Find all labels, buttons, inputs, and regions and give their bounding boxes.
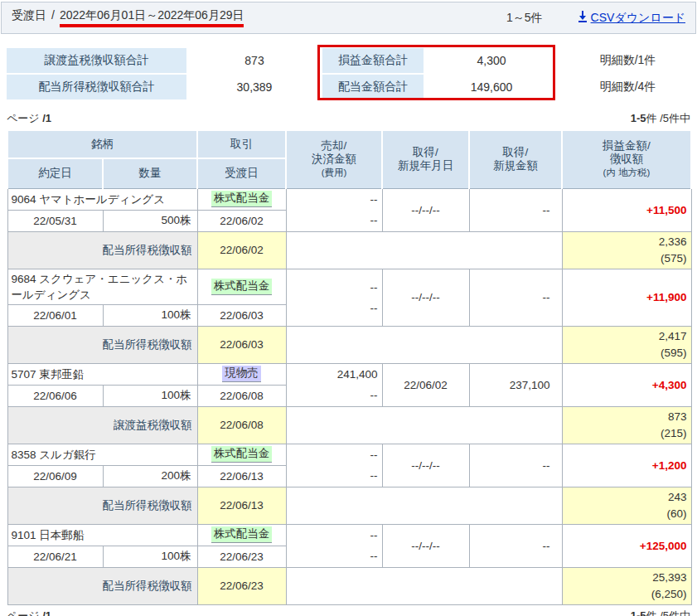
tax-date: 22/06/02 (197, 231, 286, 269)
quantity: 100株 (103, 385, 197, 406)
sell-fee: -- (291, 298, 378, 318)
date-filter-bar: 受渡日 / 2022年06月01日～2022年06月29日 1～5件 CSVダウ… (1, 2, 696, 34)
summary-detail-count: 明細数/4件 (559, 75, 696, 99)
summary-tax-value: 30,389 (188, 75, 321, 99)
stock-code-name: 5707 東邦亜鉛 (7, 363, 197, 385)
col-header-sell-amount: 売却/ 決済金額 (費用) (286, 130, 382, 188)
profit-loss-value: +125,000 (562, 524, 691, 567)
contract-date: 22/05/31 (7, 210, 103, 231)
summary-amount-value: 4,300 (425, 48, 558, 73)
trade-group-name-row: 9684 スクウェア・エニックス・ホールディングス株式配当金------/--/… (7, 269, 691, 304)
csv-download-label: CSVダウンロード (591, 11, 685, 26)
tax-amount: 25,393 (567, 570, 687, 586)
trade-type-cell: 株式配当金 (197, 269, 286, 304)
trade-group-name-row: 8358 スルガ銀行株式配当金------/--/----+1,200 (7, 444, 691, 465)
settlement-date: 22/06/08 (197, 385, 286, 406)
tax-amount: 243 (567, 489, 687, 506)
download-icon (578, 11, 588, 25)
tax-date: 22/06/13 (197, 487, 286, 524)
col-header-quantity: 数量 (103, 158, 197, 188)
acquisition-date: --/--/-- (382, 269, 469, 326)
quantity: 500株 (103, 210, 197, 231)
col-header-stock: 銘柄 (7, 130, 197, 158)
summary-detail-count: 明細数/1件 (559, 48, 696, 73)
sell-amount: -- (291, 277, 378, 298)
tax-label: 譲渡益税徴収額 (7, 406, 197, 444)
trade-type-link[interactable]: 株式配当金 (211, 526, 273, 543)
tax-local-amount: (60) (567, 506, 687, 522)
filter-label: 受渡日 (12, 8, 46, 23)
range-total: 件 /5件中 (646, 112, 690, 124)
tax-withholding-row: 譲渡益税徴収額22/06/08873(215) (7, 406, 691, 444)
contract-date: 22/06/09 (7, 465, 103, 487)
tax-amount: 873 (567, 409, 687, 425)
summary-tax-label: 配当所得税徴収額合計 (7, 75, 186, 99)
trade-type-cell: 現物売 (197, 363, 286, 385)
quantity: 100株 (103, 546, 197, 567)
summary-amount-label: 配当金額合計 (322, 75, 424, 99)
summary-amount-value: 149,600 (425, 75, 558, 99)
quantity: 100株 (103, 304, 197, 326)
tax-amount-cell: 873(215) (562, 406, 691, 444)
settlement-date: 22/06/02 (197, 210, 286, 231)
quantity: 200株 (103, 465, 197, 487)
profit-loss-value: +4,300 (562, 363, 691, 406)
tax-label: 配当所得税徴収額 (7, 326, 197, 363)
acquisition-amount: -- (469, 188, 562, 231)
range-total: 件 /5件中 (646, 609, 690, 616)
tax-local-amount: (575) (567, 250, 687, 267)
page-label: ページ (7, 112, 40, 124)
acquisition-amount: -- (469, 269, 562, 326)
tax-label: 配当所得税徴収額 (7, 567, 197, 604)
trade-type-link[interactable]: 株式配当金 (211, 279, 273, 295)
summary-tax-value: 873 (188, 48, 321, 73)
tax-local-amount: (215) (567, 425, 687, 442)
tax-date: 22/06/23 (197, 567, 286, 604)
settlement-date: 22/06/23 (197, 546, 286, 567)
page-current: /1 (42, 609, 51, 616)
contract-date: 22/06/01 (7, 304, 103, 326)
result-count: 1～5件 (506, 11, 543, 26)
acquisition-date: --/--/-- (382, 524, 469, 567)
tax-empty-cell (286, 487, 562, 524)
tax-label: 配当所得税徴収額 (7, 231, 197, 269)
tax-amount: 2,417 (567, 328, 687, 345)
acquisition-date: --/--/-- (382, 188, 469, 231)
trade-group-name-row: 9101 日本郵船株式配当金------/--/----+125,000 (7, 524, 691, 546)
stock-code-name: 9064 ヤマトホールディングス (7, 188, 197, 210)
csv-download-link[interactable]: CSVダウンロード (578, 11, 685, 26)
tax-withholding-row: 配当所得税徴収額22/06/022,336(575) (7, 231, 691, 269)
tax-amount-cell: 2,417(595) (562, 326, 691, 363)
trade-type-link[interactable]: 現物売 (222, 366, 261, 382)
trade-type-link[interactable]: 株式配当金 (211, 191, 273, 207)
sell-settlement-amount-cell: 241,400-- (286, 363, 382, 406)
acquisition-amount: -- (469, 524, 562, 567)
sell-fee: -- (291, 546, 378, 566)
range-current: 1-5 (631, 112, 646, 124)
col-header-settlement-date: 受渡日 (197, 158, 286, 188)
col-header-acquisition-date: 取得/ 新規年月日 (382, 130, 469, 188)
trade-group-name-row: 9064 ヤマトホールディングス株式配当金------/--/----+11,5… (7, 188, 691, 210)
tax-empty-cell (286, 406, 562, 444)
stock-code-name: 9101 日本郵船 (7, 524, 197, 546)
sell-fee: -- (291, 210, 378, 230)
summary-tax-label: 譲渡益税徴収額合計 (7, 48, 186, 73)
tax-date: 22/06/08 (197, 406, 286, 444)
trade-type-link[interactable]: 株式配当金 (211, 446, 273, 463)
summary-amount-label: 損益金額合計 (322, 48, 424, 73)
sell-settlement-amount-cell: ---- (286, 188, 382, 231)
acquisition-amount: 237,100 (469, 363, 562, 406)
trade-type-cell: 株式配当金 (197, 444, 286, 465)
acquisition-amount: -- (469, 444, 562, 487)
settlement-date: 22/06/13 (197, 465, 286, 487)
date-range: 2022年06月01日～2022年06月29日 (60, 8, 244, 27)
sell-settlement-amount-cell: ---- (286, 269, 382, 326)
tax-empty-cell (286, 567, 562, 604)
trade-type-cell: 株式配当金 (197, 524, 286, 546)
sell-settlement-amount-cell: ---- (286, 444, 382, 487)
col-header-contract-date: 約定日 (7, 158, 103, 188)
tax-local-amount: (6,250) (567, 586, 687, 603)
settlement-date: 22/06/03 (197, 304, 286, 326)
sell-amount: 241,400 (291, 364, 378, 385)
pagination-top: ページ /1 1-5件 /5件中 (7, 111, 690, 126)
